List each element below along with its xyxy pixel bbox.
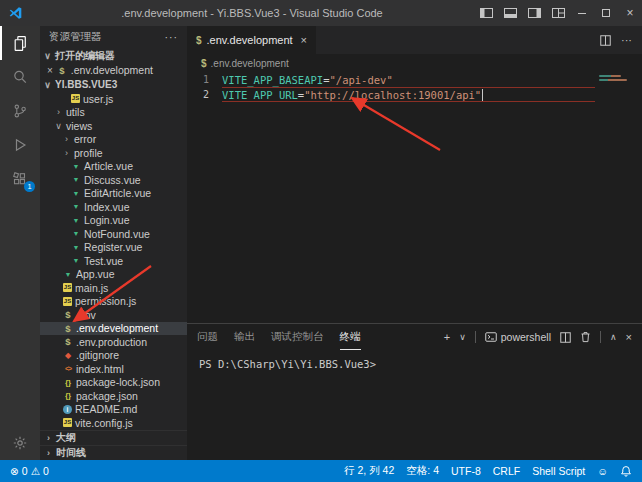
- toggle-secondary-sidebar-icon[interactable]: [522, 0, 546, 26]
- maximize-button[interactable]: [594, 0, 618, 26]
- close-editor-icon[interactable]: ×: [47, 65, 53, 76]
- text-cursor: [482, 89, 483, 101]
- divider: [475, 331, 476, 343]
- maximize-panel-icon[interactable]: ∧: [610, 332, 617, 342]
- panel-tab-调试控制台[interactable]: 调试控制台: [271, 324, 324, 350]
- panel-tab-问题[interactable]: 问题: [197, 324, 218, 350]
- tree-item-label: README.md: [75, 403, 137, 415]
- tree-item-label: views: [66, 120, 92, 132]
- tree-item-EditArticle.vue[interactable]: ▼EditArticle.vue: [40, 187, 187, 201]
- code-line-2[interactable]: 2VITE_APP_URL="http://localhost:19001/ap…: [187, 87, 642, 102]
- outline-label: 大纲: [56, 431, 76, 445]
- tree-item-utils[interactable]: ›utils: [40, 106, 187, 120]
- minimize-button[interactable]: [570, 0, 594, 26]
- close-window-button[interactable]: ×: [618, 0, 642, 26]
- window-title: .env.development - Yi.BBS.Vue3 - Visual …: [30, 7, 474, 19]
- panel-header: 问题输出调试控制台终端 + ∨ powershell: [187, 324, 642, 350]
- timeline-section-header[interactable]: › 时间线: [40, 445, 187, 460]
- tree-item-vite.config.js[interactable]: JSvite.config.js: [40, 416, 187, 430]
- tree-item-App.vue[interactable]: ▼App.vue: [40, 268, 187, 282]
- indentation-status[interactable]: 空格: 4: [406, 464, 439, 478]
- breadcrumb[interactable]: $ .env.development: [187, 54, 642, 72]
- tab-env-development[interactable]: $ .env.development ×: [187, 26, 316, 54]
- tree-item-label: package-lock.json: [76, 376, 160, 388]
- vscode-logo-icon: [0, 6, 30, 21]
- open-editor-item[interactable]: × $ .env.development: [40, 63, 187, 77]
- code-editor[interactable]: 1VITE_APP_BASEAPI="/api-dev"2VITE_APP_UR…: [187, 72, 642, 323]
- cursor-position-status[interactable]: 行 2, 列 42: [344, 464, 394, 478]
- tree-item-permission.js[interactable]: JSpermission.js: [40, 295, 187, 309]
- new-terminal-icon[interactable]: +: [444, 331, 450, 343]
- outline-section-header[interactable]: › 大纲: [40, 430, 187, 445]
- tree-item-user.js[interactable]: JSuser.js: [40, 92, 187, 106]
- kill-terminal-trash-icon[interactable]: [580, 331, 591, 343]
- extensions-icon[interactable]: 1: [0, 162, 40, 196]
- errors-icon: ⊗: [10, 465, 19, 477]
- tree-item-NotFound.vue[interactable]: ▼NotFound.vue: [40, 227, 187, 241]
- encoding-status[interactable]: UTF-8: [451, 465, 481, 477]
- tree-item-Test.vue[interactable]: ▼Test.vue: [40, 254, 187, 268]
- more-editor-actions-icon[interactable]: ···: [621, 34, 632, 46]
- panel-tab-输出[interactable]: 输出: [234, 324, 255, 350]
- eol-status[interactable]: CRLF: [493, 465, 520, 477]
- tree-item-label: user.js: [83, 93, 113, 105]
- tree-item-.env.production[interactable]: $.env.production: [40, 335, 187, 349]
- close-tab-icon[interactable]: ×: [301, 34, 307, 46]
- tab-label: .env.development: [207, 34, 293, 46]
- project-root-header[interactable]: ∨ YI.BBS.VUE3: [40, 77, 187, 92]
- search-icon[interactable]: [0, 60, 40, 94]
- tree-item-label: main.js: [75, 282, 108, 294]
- env-file-icon: $: [63, 336, 73, 347]
- language-mode-status[interactable]: Shell Script: [532, 465, 585, 477]
- tree-item-Register.vue[interactable]: ▼Register.vue: [40, 241, 187, 255]
- tree-item-Login.vue[interactable]: ▼Login.vue: [40, 214, 187, 228]
- breadcrumb-file: .env.development: [211, 58, 289, 69]
- vue-file-icon: ▼: [63, 271, 73, 278]
- tree-item-Article.vue[interactable]: ▼Article.vue: [40, 160, 187, 174]
- line-number: 1: [187, 74, 222, 85]
- warnings-count: 0: [43, 465, 49, 477]
- feedback-smiley-icon[interactable]: ☺: [597, 465, 608, 477]
- tree-item-.gitignore[interactable]: ◆.gitignore: [40, 349, 187, 363]
- tree-item-README.md[interactable]: iREADME.md: [40, 403, 187, 417]
- toggle-sidebar-icon[interactable]: [474, 0, 498, 26]
- terminal-dropdown-chevron-icon[interactable]: ∨: [459, 332, 466, 342]
- panel-tab-终端[interactable]: 终端: [340, 324, 361, 350]
- minimap-line-mark: [599, 75, 621, 77]
- problems-status[interactable]: ⊗ 0 ⚠ 0: [10, 465, 49, 477]
- source-control-icon[interactable]: [0, 94, 40, 128]
- terminal-output[interactable]: PS D:\CSharp\Yi\Yi.BBS.Vue3>: [187, 350, 642, 460]
- minimap[interactable]: [596, 72, 642, 323]
- code-line-1[interactable]: 1VITE_APP_BASEAPI="/api-dev": [187, 72, 642, 87]
- split-terminal-icon[interactable]: [560, 332, 571, 343]
- customize-layout-icon[interactable]: [546, 0, 570, 26]
- tree-item-main.js[interactable]: JSmain.js: [40, 281, 187, 295]
- tree-item-.env[interactable]: $.env: [40, 308, 187, 322]
- vue-file-icon: ▼: [71, 190, 81, 197]
- run-debug-icon[interactable]: [0, 128, 40, 162]
- open-editors-header[interactable]: ∨ 打开的编辑器: [40, 48, 187, 63]
- settings-gear-icon[interactable]: [0, 426, 40, 460]
- tree-item-.env.development[interactable]: $.env.development: [40, 322, 187, 336]
- split-editor-icon[interactable]: [600, 35, 611, 46]
- chevron-down-icon: ∨: [43, 80, 52, 90]
- tree-item-Index.vue[interactable]: ▼Index.vue: [40, 200, 187, 214]
- tree-item-profile[interactable]: ›profile: [40, 146, 187, 160]
- sidebar-more-actions-icon[interactable]: ···: [165, 31, 179, 43]
- toggle-panel-icon[interactable]: [498, 0, 522, 26]
- tree-item-views[interactable]: ∨views: [40, 119, 187, 133]
- notifications-bell-icon[interactable]: [620, 465, 632, 477]
- terminal-tab-powershell[interactable]: powershell: [485, 331, 551, 343]
- tree-item-label: .env.production: [76, 336, 147, 348]
- explorer-icon[interactable]: [0, 26, 40, 60]
- env-var-value: "http://localhost:19001/api": [304, 89, 481, 101]
- tree-item-Discuss.vue[interactable]: ▼Discuss.vue: [40, 173, 187, 187]
- tree-item-index.html[interactable]: <>index.html: [40, 362, 187, 376]
- tree-item-package-lock.json[interactable]: {}package-lock.json: [40, 376, 187, 390]
- tree-item-package.json[interactable]: {}package.json: [40, 389, 187, 403]
- close-panel-icon[interactable]: ×: [626, 331, 632, 343]
- vscode-window: .env.development - Yi.BBS.Vue3 - Visual …: [0, 0, 642, 482]
- env-file-icon: $: [63, 323, 73, 334]
- extensions-badge: 1: [24, 181, 35, 192]
- tree-item-error[interactable]: ›error: [40, 133, 187, 147]
